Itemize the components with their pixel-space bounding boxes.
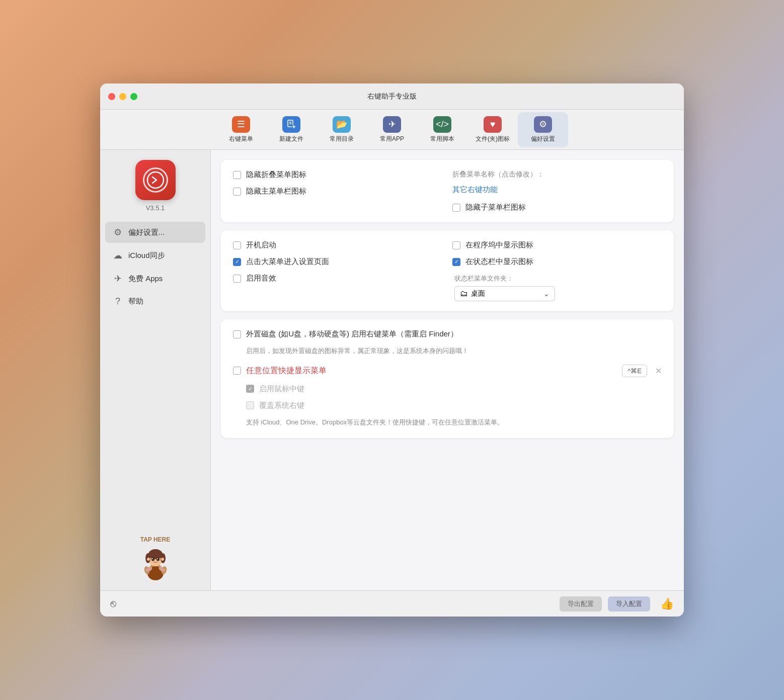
- statusbar-folder-label: 状态栏菜单文件夹：: [454, 275, 513, 282]
- external-disk-label: 外置磁盘 (如U盘，移动硬盘等) 启用右键菜单（需重启 Finder）: [246, 329, 458, 339]
- app-icon-wrapper: [135, 160, 176, 200]
- toolbar-label-folder: 常用目录: [330, 135, 354, 143]
- launch-left-col: 开机启动 ✓ 点击大菜单进入设置页面 启用音效: [233, 240, 442, 301]
- menu-icon: ☰: [232, 116, 250, 133]
- svg-point-19: [157, 558, 158, 559]
- apps-icon: ✈: [112, 273, 123, 284]
- window-controls[interactable]: [108, 93, 137, 100]
- fold-left-col: 隐藏折叠菜单图标 隐藏主菜单栏图标: [233, 170, 442, 212]
- hide-fold-checkbox[interactable]: [233, 171, 241, 179]
- script-icon: </>: [433, 116, 451, 133]
- svg-point-20: [147, 558, 150, 561]
- card-external: 外置磁盘 (如U盘，移动硬盘等) 启用右键菜单（需重启 Finder） 启用后，…: [221, 319, 674, 438]
- fold-menu-link[interactable]: 其它右键功能: [452, 185, 662, 195]
- toolbar-label-script: 常用脚本: [430, 135, 454, 143]
- folder-selector-icon: 🗂: [460, 289, 468, 298]
- toolbar-item-common-script[interactable]: </> 常用脚本: [417, 112, 467, 147]
- toolbar-label-new-file: 新建文件: [279, 135, 303, 143]
- maximize-button[interactable]: [130, 93, 137, 100]
- fold-menu-name-label: 折叠菜单名称（点击修改）：: [452, 170, 662, 179]
- toolbar-label-right-click: 右键菜单: [229, 135, 253, 143]
- tap-here-figure: [138, 545, 173, 580]
- quick-menu-label: 任意位置快捷显示菜单: [246, 366, 327, 376]
- shortcut-clear-button[interactable]: ✕: [655, 366, 662, 376]
- hide-fold-row: 隐藏折叠菜单图标: [233, 170, 442, 180]
- close-button[interactable]: [108, 93, 115, 100]
- app-window: 右键助手专业版 ☰ 右键菜单 新建文件 📂 常用目录: [100, 83, 684, 617]
- toolbar: ☰ 右键菜单 新建文件 📂 常用目录 ✈ 常用APP: [100, 110, 684, 150]
- show-dock-label: 在程序坞中显示图标: [465, 240, 533, 250]
- fold-menu-row: 隐藏折叠菜单图标 隐藏主菜单栏图标 折叠菜单名称（点击修改）： 其它右键功能 隐…: [233, 170, 662, 212]
- folder-selector-arrow: ⌄: [543, 290, 550, 298]
- enable-mouse-row: ✓ 启用鼠标中键: [246, 384, 662, 394]
- toolbar-item-common-folder[interactable]: 📂 常用目录: [317, 112, 367, 147]
- show-statusbar-checkbox[interactable]: ✓: [452, 258, 460, 266]
- launch-right-col: 在程序坞中显示图标 ✓ 在状态栏中显示图标 状态栏菜单文件夹： 🗂 桌面 ⌄: [452, 240, 662, 301]
- svg-point-21: [161, 558, 164, 561]
- toolbar-label-prefs: 偏好设置: [531, 135, 555, 143]
- hide-menubar-checkbox[interactable]: [233, 188, 241, 196]
- sub-options: ✓ 启用鼠标中键 覆盖系统右键 支持 iCloud、One Drive、Drop…: [233, 384, 662, 428]
- sidebar-bottom: TAP HERE: [138, 536, 173, 590]
- show-statusbar-label: 在状态栏中显示图标: [465, 257, 533, 267]
- export-icon[interactable]: ⎋: [110, 598, 116, 609]
- cloud-hint: 支持 iCloud、One Drive、Dropbox等云盘文件夹！使用快捷键，…: [246, 418, 504, 426]
- show-dock-checkbox[interactable]: [452, 241, 460, 249]
- enable-mouse-checkbox[interactable]: ✓: [246, 385, 254, 393]
- click-settings-checkbox[interactable]: ✓: [233, 258, 241, 266]
- shortcut-display[interactable]: ^⌘E: [622, 365, 647, 377]
- window-title: 右键助手专业版: [367, 92, 417, 101]
- startup-label: 开机启动: [246, 240, 276, 250]
- hide-fold-label: 隐藏折叠菜单图标: [246, 170, 306, 180]
- svg-point-17: [156, 558, 160, 561]
- prefs-icon: ⚙: [534, 116, 552, 133]
- sidebar-label-icloud: iCloud同步: [128, 251, 165, 260]
- external-disk-row: 外置磁盘 (如U盘，移动硬盘等) 启用右键菜单（需重启 Finder）: [233, 329, 662, 339]
- sidebar-label-preferences: 偏好设置...: [128, 228, 165, 237]
- enable-sound-label: 启用音效: [246, 274, 276, 283]
- toolbar-item-right-click-menu[interactable]: ☰ 右键菜单: [216, 112, 266, 147]
- sidebar-item-free-apps[interactable]: ✈ 免费 Apps: [105, 268, 205, 289]
- folder-selector[interactable]: 🗂 桌面 ⌄: [454, 286, 555, 301]
- override-right-checkbox[interactable]: [246, 401, 254, 409]
- override-right-row: 覆盖系统右键: [246, 401, 662, 410]
- shortcut-key: ^⌘E: [628, 367, 642, 375]
- toolbar-item-preferences[interactable]: ⚙ 偏好设置: [518, 112, 568, 147]
- sidebar-label-free-apps: 免费 Apps: [128, 274, 163, 284]
- export-config-button[interactable]: 导出配置: [560, 596, 602, 611]
- folder-selector-name: 桌面: [471, 289, 540, 298]
- override-right-label: 覆盖系统右键: [259, 401, 304, 410]
- card-fold-menu: 隐藏折叠菜单图标 隐藏主菜单栏图标 折叠菜单名称（点击修改）： 其它右键功能 隐…: [221, 160, 674, 222]
- sidebar-item-icloud[interactable]: ☁ iCloud同步: [105, 245, 205, 266]
- content-area: 隐藏折叠菜单图标 隐藏主菜单栏图标 折叠菜单名称（点击修改）： 其它右键功能 隐…: [211, 150, 684, 590]
- click-settings-label: 点击大菜单进入设置页面: [246, 257, 329, 267]
- toolbar-item-new-file[interactable]: 新建文件: [266, 112, 317, 147]
- toolbar-item-common-app[interactable]: ✈ 常用APP: [367, 112, 417, 147]
- svg-point-13: [148, 549, 163, 559]
- external-disk-hint: 启用后，如发现外置磁盘的图标异常，属正常现象，这是系统本身的问题哦！: [246, 347, 468, 355]
- help-icon: ?: [112, 296, 123, 307]
- minimize-button[interactable]: [119, 93, 126, 100]
- quick-menu-checkbox[interactable]: [233, 367, 241, 375]
- enable-mouse-label: 启用鼠标中键: [259, 384, 304, 394]
- titlebar: 右键助手专业版: [100, 83, 684, 110]
- sidebar: V3.5.1 ⚙ 偏好设置... ☁ iCloud同步 ✈ 免费 Apps ? …: [100, 150, 211, 590]
- show-statusbar-row: ✓ 在状态栏中显示图标: [452, 257, 662, 267]
- import-config-button[interactable]: 导入配置: [608, 596, 650, 611]
- sidebar-item-help[interactable]: ? 帮助: [105, 291, 205, 312]
- card-launch: 开机启动 ✓ 点击大菜单进入设置页面 启用音效: [221, 230, 674, 311]
- main-content: V3.5.1 ⚙ 偏好设置... ☁ iCloud同步 ✈ 免费 Apps ? …: [100, 150, 684, 590]
- thumbs-up-button[interactable]: 👍: [660, 597, 674, 610]
- external-disk-checkbox[interactable]: [233, 330, 241, 338]
- enable-sound-checkbox[interactable]: [233, 275, 241, 283]
- toolbar-item-file-icon[interactable]: ♥ 文件(夹)图标: [467, 112, 518, 147]
- toolbar-label-app: 常用APP: [380, 135, 404, 143]
- sidebar-item-preferences[interactable]: ⚙ 偏好设置...: [105, 222, 205, 243]
- filetype-icon: ♥: [484, 116, 502, 133]
- folder-icon: 📂: [333, 116, 351, 133]
- startup-checkbox[interactable]: [233, 241, 241, 249]
- app-logo: [143, 167, 168, 193]
- hide-submenubar-checkbox[interactable]: [452, 204, 460, 212]
- quick-menu-row: 任意位置快捷显示菜单 ^⌘E ✕: [233, 365, 662, 377]
- toolbar-label-filetype: 文件(夹)图标: [476, 135, 510, 143]
